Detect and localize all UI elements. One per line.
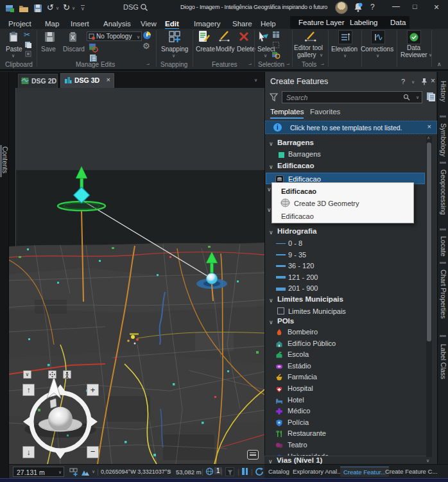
editor-tool-gallery-label1[interactable]: Editor tool <box>294 44 323 51</box>
dock-tab-catalog[interactable]: Catalog <box>268 468 289 475</box>
undo-dropdown-icon[interactable]: ∨ <box>56 6 59 11</box>
tab-templates[interactable]: Templates <box>270 108 304 119</box>
topology-dropdown-icon[interactable]: ∨ <box>137 35 140 40</box>
minimize-button[interactable]: — <box>392 2 400 11</box>
maximize-button[interactable]: □ <box>413 3 417 10</box>
redo-dropdown-icon[interactable]: ∨ <box>72 6 75 11</box>
dock-tab-create-features[interactable]: Create Featur... <box>340 467 389 477</box>
save-edits-label[interactable]: Save <box>41 46 56 53</box>
panel-menu-chevron[interactable]: ∨ <box>411 80 415 85</box>
template-item-restaurante[interactable]: Restaurante <box>264 429 418 439</box>
info-text[interactable]: Click here to see templates not listed. <box>290 124 402 132</box>
group-pois[interactable]: ∨ <box>269 318 277 325</box>
tab-data[interactable]: Data <box>390 17 406 28</box>
coordinates-readout[interactable]: 0,0265094°W 3,3321037°S <box>101 469 171 475</box>
template-item-estadio[interactable]: Estádio <box>264 362 418 372</box>
dock-tab-create-feature-c[interactable]: Create Feature C... <box>385 468 437 475</box>
corrections-dropdown-icon[interactable]: ∨ <box>376 53 379 58</box>
template-item-hidro-2[interactable]: 9 - 35 <box>288 251 306 259</box>
copy-icon[interactable] <box>24 41 32 49</box>
discard-edits-icon[interactable] <box>67 31 79 43</box>
tab-dsg-3d[interactable]: DSG 3D × <box>60 73 114 88</box>
close-button[interactable]: × <box>434 2 439 12</box>
group-hidrografia[interactable]: ∨ <box>269 228 277 236</box>
scroll-more-chevron[interactable]: ∨ <box>426 458 429 463</box>
snapping-icon[interactable] <box>168 30 181 43</box>
globe-status-icon[interactable] <box>205 467 214 476</box>
dock-tab-chart-properties[interactable]: Chart Properties <box>440 270 447 318</box>
elevation-icon[interactable] <box>338 30 352 44</box>
snapping-dropdown-icon[interactable]: ∨ <box>172 53 175 58</box>
select-dropdown-icon[interactable]: ∨ <box>264 53 267 58</box>
new-project-icon[interactable] <box>4 3 15 13</box>
tools-launcher-icon[interactable]: ⌐ <box>321 62 324 67</box>
tab-project[interactable]: Project <box>8 18 31 30</box>
create-icon[interactable] <box>198 30 211 43</box>
editor-tool-gallery-icon[interactable] <box>304 31 317 42</box>
data-reviewer-label1[interactable]: Data <box>407 44 420 51</box>
corrections-icon[interactable] <box>371 30 385 44</box>
corrections-label[interactable]: Corrections <box>361 46 393 53</box>
filter-icon[interactable] <box>270 93 278 101</box>
zoom-out-button[interactable]: − <box>87 446 99 458</box>
tab-map[interactable]: Map <box>45 18 59 30</box>
template-item-hidro-5[interactable]: 201 - 900 <box>288 284 318 292</box>
template-item-hospital[interactable]: Hospital <box>264 384 418 394</box>
nav-options-chevron[interactable]: ∨ <box>23 370 31 379</box>
scale-combobox[interactable]: 27.131 m ∨ <box>13 467 64 477</box>
selection-launcher-icon[interactable]: ⌐ <box>286 62 289 67</box>
refresh-icon[interactable] <box>255 467 264 476</box>
dock-tab-geoprocessing[interactable]: Geoprocessing <box>440 169 447 215</box>
paste-dropdown-icon[interactable]: ∨ <box>12 53 15 58</box>
open-project-icon[interactable] <box>19 3 29 13</box>
template-item-farmacia[interactable]: Farmácia <box>264 373 418 383</box>
help-button[interactable]: ? <box>370 3 375 12</box>
filter-status-icon[interactable] <box>225 467 234 476</box>
pan-down-button[interactable]: ↓ <box>22 446 35 458</box>
create-label[interactable]: Create <box>196 46 215 53</box>
panel-scrollbar[interactable]: ∧ <box>426 136 432 457</box>
map-view[interactable]: ∨ ↑ + ↓ − <box>9 88 264 464</box>
search-dropdown-icon[interactable]: ∨ <box>416 95 419 100</box>
group-vias[interactable]: ∨ Vias (Nível 1) <box>264 456 426 464</box>
paste-label[interactable]: Paste <box>6 46 22 53</box>
pan-up-button[interactable]: ↑ <box>22 384 35 396</box>
dock-tab-history[interactable]: History <box>440 81 447 102</box>
redo-button[interactable]: ↻ <box>63 3 70 12</box>
explore-select-icon[interactable] <box>271 51 280 59</box>
template-item-teatro[interactable]: Teatro <box>264 441 418 451</box>
editor-tool-gallery-label2[interactable]: gallery <box>297 51 316 58</box>
template-item-edificio-publico[interactable]: Edifício Público <box>264 340 418 349</box>
template-item-policia[interactable]: Polícia <box>264 418 418 428</box>
elevation-dropdown-icon[interactable]: ∨ <box>343 53 347 58</box>
pause-drawing-button[interactable] <box>242 468 248 475</box>
tab-share[interactable]: Share <box>232 18 252 30</box>
save-project-icon[interactable] <box>33 3 43 13</box>
organize-templates-icon[interactable] <box>426 92 436 102</box>
dock-tab-label-class[interactable]: Label Class <box>440 344 447 379</box>
cut-icon[interactable]: ✂ <box>24 30 30 39</box>
modify-icon[interactable] <box>218 30 231 43</box>
template-item-limites[interactable]: Limites Municipais <box>288 307 346 315</box>
editor-tool-gallery-dropdown-icon[interactable]: ∨ <box>320 53 323 58</box>
search-icon[interactable] <box>140 3 148 12</box>
coordinates-dropdown[interactable]: ∨ <box>168 469 171 474</box>
search-glass-icon[interactable] <box>403 94 410 101</box>
pedestrian-view-button[interactable] <box>63 370 71 379</box>
tab-list-dropdown-icon[interactable]: ∨ <box>254 78 257 83</box>
template-search-input[interactable]: Search ∨ <box>282 91 422 103</box>
data-reviewer-icon[interactable] <box>407 30 421 44</box>
template-item-hidro-4[interactable]: 121 - 200 <box>288 273 318 281</box>
info-bar[interactable]: i Click here to see templates not listed… <box>265 121 437 134</box>
delete-icon[interactable] <box>238 31 250 42</box>
terrain-mode-icon[interactable] <box>81 468 90 476</box>
delete-label[interactable]: Delete <box>237 46 255 53</box>
snapping-button-label[interactable]: Snapping <box>161 46 188 53</box>
attributes-icon[interactable] <box>272 31 280 39</box>
data-reviewer-label2[interactable]: Reviewer <box>401 51 427 58</box>
map-overlay-list-icon[interactable] <box>247 450 259 460</box>
dock-tab-locate[interactable]: Locate <box>440 236 447 257</box>
tab-imagery[interactable]: Imagery <box>194 18 221 30</box>
zoom-in-button[interactable]: + <box>87 384 99 396</box>
collapse-ribbon-icon[interactable]: ∧ <box>437 61 442 67</box>
